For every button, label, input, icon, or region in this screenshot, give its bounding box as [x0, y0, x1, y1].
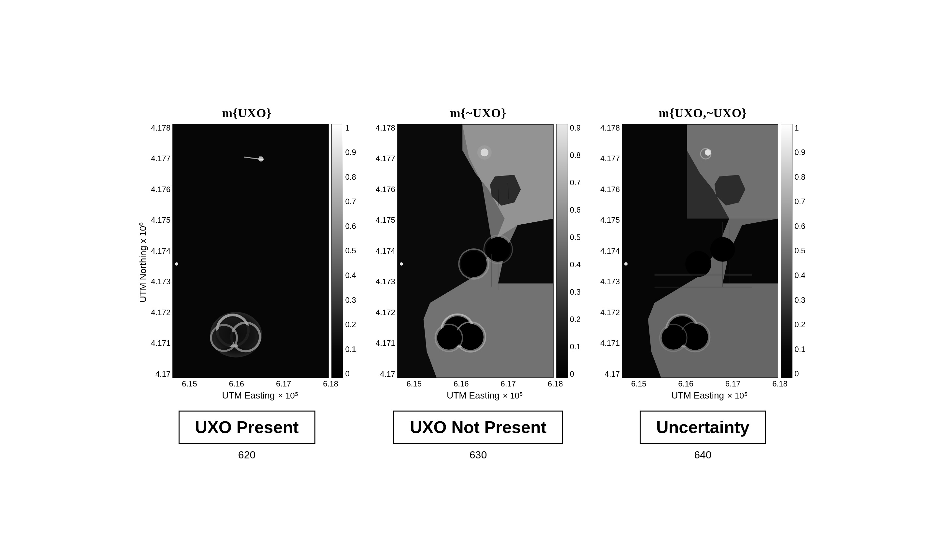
- svg-point-27: [437, 326, 460, 350]
- svg-point-21: [477, 145, 492, 160]
- panel-uncertainty: m{UXO,~UXO} 4.178 4.177 4.176 4.175 4.17…: [600, 106, 805, 461]
- panel3-plot-row: 4.178 4.177 4.176 4.175 4.174 4.173 4.17…: [600, 124, 805, 378]
- svg-point-12: [210, 312, 262, 357]
- svg-rect-53: [654, 274, 752, 275]
- panel1-y-ticks: 4.178 4.177 4.176 4.175 4.174 4.173 4.17…: [151, 124, 172, 378]
- panel3-page-number: 640: [694, 449, 711, 461]
- svg-point-29: [461, 251, 487, 277]
- y-tick-4172: 4.172: [151, 309, 170, 317]
- main-container: m{UXO} UTM Northing x 10⁶ 4.178 4.177 4.…: [118, 93, 825, 468]
- panel1-page-number: 620: [238, 449, 255, 461]
- svg-point-5: [175, 262, 178, 265]
- panel1-y-axis-label: UTM Northing x 10⁶: [137, 124, 148, 401]
- panel1-colorbar: [331, 124, 343, 378]
- panel1-plot-with-axis: 4.178 4.177 4.176 4.175 4.174 4.173 4.17…: [151, 124, 356, 401]
- y-tick-4178: 4.178: [151, 124, 170, 132]
- svg-point-31: [486, 237, 511, 262]
- svg-point-44: [624, 262, 628, 265]
- svg-point-33: [400, 262, 403, 265]
- svg-point-52: [710, 237, 735, 262]
- y-tick-4173: 4.173: [151, 278, 170, 286]
- panel2-colorbar-ticks: 0.9 0.8 0.7 0.6 0.5 0.4 0.3 0.2 0.1 0: [568, 124, 581, 378]
- panel3-plot-with-axis: 4.178 4.177 4.176 4.175 4.174 4.173 4.17…: [600, 124, 805, 401]
- y-tick-4175: 4.175: [151, 216, 170, 224]
- panel-uxo-not-present: m{~UXO} 4.178 4.177 4.176 4.175 4.174 4.…: [376, 106, 581, 461]
- panel3-plot-image: [622, 124, 778, 378]
- panel3-label: Uncertainty: [640, 411, 766, 444]
- panel3-x-axis: 6.15 6.16 6.17 6.18 UTM Easting × 10⁵: [613, 378, 805, 401]
- panel2-svg: [398, 125, 553, 378]
- panel2-label: UXO Not Present: [393, 411, 563, 444]
- panel3-colorbar-ticks: 1 0.9 0.8 0.7 0.6 0.5 0.4 0.3 0.2 0.1 0: [792, 124, 805, 378]
- panel1-x-axis-label-row: UTM Easting × 10⁵: [222, 390, 298, 401]
- panel1-x-ticks: 6.15 6.16 6.17 6.18: [182, 378, 338, 388]
- panel3-y-ticks: 4.178 4.177 4.176 4.175 4.174 4.173 4.17…: [600, 124, 622, 378]
- panel1-colorbar-container: 1 0.9 0.8 0.7 0.6 0.5 0.4 0.3 0.2 0.1 0: [331, 124, 356, 378]
- panel2-plot-with-axis: 4.178 4.177 4.176 4.175 4.174 4.173 4.17…: [376, 124, 581, 401]
- svg-rect-38: [687, 125, 778, 218]
- y-tick-4171: 4.171: [151, 339, 170, 347]
- panel1-plot-image: [172, 124, 329, 378]
- panel2-title: m{~UXO}: [450, 106, 506, 120]
- panel2-x-axis: 6.15 6.16 6.17 6.18 UTM Easting × 10⁵: [389, 378, 581, 401]
- svg-point-51: [685, 251, 711, 277]
- panel2-x-axis-label-row: UTM Easting × 10⁵: [447, 390, 523, 401]
- panel3-x-ticks: 6.15 6.16 6.17 6.18: [631, 378, 787, 388]
- panel2-colorbar: [556, 124, 568, 378]
- panel2-page-number: 630: [469, 449, 487, 461]
- svg-point-49: [662, 326, 685, 350]
- panel3-svg: [622, 125, 778, 378]
- panel2-colorbar-container: 0.9 0.8 0.7 0.6 0.5 0.4 0.3 0.2 0.1 0: [556, 124, 581, 378]
- panel2-plot-image: [397, 124, 554, 378]
- panel3-colorbar: [781, 124, 792, 378]
- y-tick-4177: 4.177: [151, 155, 170, 163]
- svg-point-25: [457, 324, 483, 350]
- panel3-title: m{UXO,~UXO}: [659, 106, 747, 120]
- panel1-plot-area: UTM Northing x 10⁶ 4.178 4.177 4.176 4.1…: [137, 124, 356, 401]
- panel1-plot-row: 4.178 4.177 4.176 4.175 4.174 4.173 4.17…: [151, 124, 356, 378]
- panel1-svg: [173, 125, 329, 378]
- panel2-x-ticks: 6.15 6.16 6.17 6.18: [407, 378, 563, 388]
- panel3-plot-area: 4.178 4.177 4.176 4.175 4.174 4.173 4.17…: [600, 124, 805, 401]
- panel1-x-axis: 6.15 6.16 6.17 6.18 UTM Easting × 10⁵: [164, 378, 356, 401]
- panel2-y-ticks: 4.178 4.177 4.176 4.175 4.174 4.173 4.17…: [376, 124, 397, 378]
- y-tick-4176: 4.176: [151, 186, 170, 193]
- y-tick-4174: 4.174: [151, 247, 170, 255]
- y-tick-4170: 4.17: [156, 370, 171, 378]
- panel-uxo-present: m{UXO} UTM Northing x 10⁶ 4.178 4.177 4.…: [137, 106, 356, 461]
- svg-rect-54: [654, 286, 752, 288]
- panel1-label: UXO Present: [179, 411, 315, 444]
- panel2-plot-area: 4.178 4.177 4.176 4.175 4.174 4.173 4.17…: [376, 124, 581, 401]
- panel1-colorbar-ticks: 1 0.9 0.8 0.7 0.6 0.5 0.4 0.3 0.2 0.1 0: [343, 124, 356, 378]
- panel1-title: m{UXO}: [222, 106, 272, 120]
- panel3-colorbar-container: 1 0.9 0.8 0.7 0.6 0.5 0.4 0.3 0.2 0.1 0: [781, 124, 805, 378]
- panel3-x-axis-label-row: UTM Easting × 10⁵: [671, 390, 747, 401]
- panel2-plot-row: 4.178 4.177 4.176 4.175 4.174 4.173 4.17…: [376, 124, 581, 378]
- svg-point-4: [258, 156, 264, 162]
- svg-point-47: [682, 324, 708, 350]
